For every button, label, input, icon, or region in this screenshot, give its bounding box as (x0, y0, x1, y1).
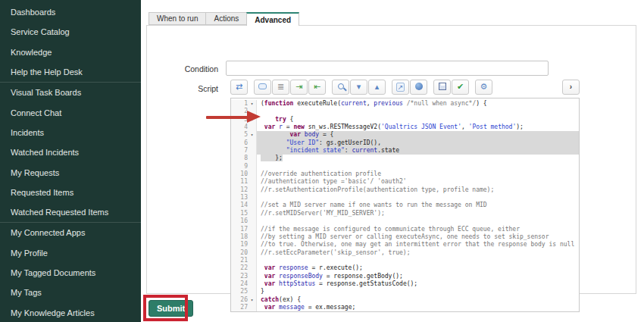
fold-spacer (248, 264, 256, 272)
code-line: 18//by setting a MID server or calling e… (231, 233, 579, 241)
sidebar-item-incidents[interactable]: Incidents (0, 123, 141, 142)
code-text (257, 257, 579, 264)
syntax-check-icon: ✔ (457, 83, 464, 91)
debugger-gear-button[interactable]: ⚙ (475, 80, 492, 95)
code-text: var message = ex.message; (257, 304, 579, 311)
replace-button[interactable]: ⇥ (290, 80, 308, 95)
code-text: //set a MID server name if one wants to … (257, 202, 579, 209)
chevron-down-button[interactable]: ▾ (350, 80, 367, 95)
replace-all-icon: ⇤ (314, 83, 320, 91)
code-line: 9 (231, 163, 579, 170)
globe-button[interactable] (410, 80, 427, 95)
line-number-gutter: 16 (231, 217, 257, 225)
code-text: "incident state": current.state (257, 147, 579, 155)
code-line: 6 "User ID": gs.getUserID(), (231, 139, 579, 147)
code-text (257, 217, 579, 225)
sidebar-item-my-connected-apps[interactable]: My Connected Apps (0, 223, 141, 242)
line-number-gutter: 10 (231, 170, 257, 178)
code-line: 10//override authentication profile (231, 170, 579, 178)
sidebar-item-my-tagged-documents[interactable]: My Tagged Documents (0, 263, 141, 283)
sidebar-item-my-requests[interactable]: My Requests (0, 162, 141, 182)
code-text: var body = { (257, 131, 579, 139)
code-text (257, 163, 579, 170)
replace-icon: ⇥ (295, 83, 302, 91)
sidebar-item-my-tags[interactable]: My Tags (0, 283, 141, 302)
line-number: 17 (231, 226, 248, 233)
code-text: //if the message is configured to commun… (257, 226, 579, 233)
line-number-gutter: 1▾ (231, 100, 257, 108)
code-line: 23 var responseBody = response.getBody()… (231, 273, 579, 280)
sidebar-item-connect-chat[interactable]: Connect Chat (0, 102, 141, 122)
code-text: catch(ex) { (257, 296, 579, 304)
sidebar-item-help-the-help-desk[interactable]: Help the Help Desk (0, 62, 141, 82)
line-number: 14 (231, 202, 248, 209)
line-number-gutter: 7 (231, 147, 257, 155)
fold-spacer (248, 147, 256, 155)
code-line: 13 (231, 194, 579, 202)
code-text: try { (257, 116, 579, 123)
sidebar-item-service-catalog[interactable]: Service Catalog (0, 22, 141, 42)
popout-button[interactable]: ↗ (392, 80, 409, 95)
code-text: "User ID": gs.getUserID(), (257, 139, 579, 147)
debugger-gear-icon: ⚙ (480, 83, 488, 91)
code-line: 14//set a MID server name if one wants t… (231, 202, 579, 209)
syntax-editor-button[interactable]: ⇄ (230, 80, 248, 95)
fold-spacer (248, 123, 256, 131)
fold-spacer (248, 304, 256, 311)
fold-toggle-icon[interactable]: ▾ (248, 131, 256, 139)
save-icon (439, 83, 446, 92)
sidebar-item-my-knowledge-articles[interactable]: My Knowledge Articles (0, 302, 141, 322)
tab-when-to-run[interactable]: When to run (148, 12, 205, 25)
condition-input[interactable] (226, 61, 549, 76)
search-button[interactable] (332, 80, 349, 95)
chevron-up-button[interactable]: ▴ (368, 80, 386, 95)
sidebar-item-visual-task-boards[interactable]: Visual Task Boards (0, 83, 141, 102)
syntax-check-button[interactable]: ✔ (452, 80, 469, 95)
fold-toggle-icon[interactable]: ▾ (248, 100, 256, 108)
sidebar-item-watched-requested-items[interactable]: Watched Requested Items (0, 202, 141, 222)
sidebar-item-my-profile[interactable]: My Profile (0, 243, 141, 263)
line-number: 1 (231, 100, 248, 108)
tab-panel-advanced: Condition Script ⇄≣⇥⇤▾▴↗✔⚙› 1▾(function … (146, 25, 636, 294)
line-number-gutter: 23 (231, 273, 257, 280)
line-number: 24 (231, 280, 248, 288)
code-text: //authentication type ='basic'/ 'oauth2' (257, 178, 579, 186)
fold-spacer (248, 288, 256, 295)
line-number-gutter: 14 (231, 202, 257, 209)
line-number: 2 (231, 108, 248, 115)
navigation-sidebar: DashboardsService CatalogKnowledgeHelp t… (0, 0, 141, 322)
fold-toggle-icon[interactable]: ▾ (248, 116, 256, 123)
sidebar-item-watched-incidents[interactable]: Watched Incidents (0, 142, 141, 162)
text-lines-button[interactable]: ≣ (272, 80, 289, 95)
fold-spacer (248, 194, 256, 202)
fold-toggle-icon[interactable]: ▾ (248, 296, 256, 304)
condition-label: Condition (161, 64, 218, 73)
line-number: 3 (231, 116, 248, 123)
replace-all-button[interactable]: ⇤ (308, 80, 326, 95)
line-number: 9 (231, 163, 248, 170)
line-number: 7 (231, 147, 248, 155)
tab-advanced[interactable]: Advanced (246, 12, 299, 26)
line-number: 23 (231, 273, 248, 280)
sidebar-item-knowledge[interactable]: Knowledge (0, 42, 141, 62)
app-window: DashboardsService CatalogKnowledgeHelp t… (0, 0, 644, 322)
code-line: 21 (231, 257, 579, 264)
toolbar-expand-button[interactable]: › (562, 80, 580, 95)
comment-button[interactable] (254, 80, 271, 95)
code-text: } (257, 288, 579, 295)
line-number-gutter: 12 (231, 186, 257, 194)
sidebar-item-requested-items[interactable]: Requested Items (0, 183, 141, 202)
line-number-gutter: 22 (231, 264, 257, 272)
tab-actions[interactable]: Actions (205, 12, 246, 25)
code-text: //by setting a MID server or calling exe… (257, 233, 579, 241)
save-button[interactable] (433, 80, 451, 95)
tab-bar: When to runActionsAdvanced (148, 12, 299, 25)
sidebar-item-dashboards[interactable]: Dashboards (0, 2, 141, 22)
line-number: 20 (231, 249, 248, 257)
code-line: 22 var response = r.execute(); (231, 264, 579, 272)
code-line: 24 var httpStatus = response.getStatusCo… (231, 280, 579, 288)
line-number-gutter: 20 (231, 249, 257, 257)
script-code-editor[interactable]: 1▾(function executeRule(current, previou… (230, 98, 580, 312)
submit-button[interactable]: Submit (148, 300, 193, 317)
chevron-down-icon: ▾ (357, 83, 361, 91)
